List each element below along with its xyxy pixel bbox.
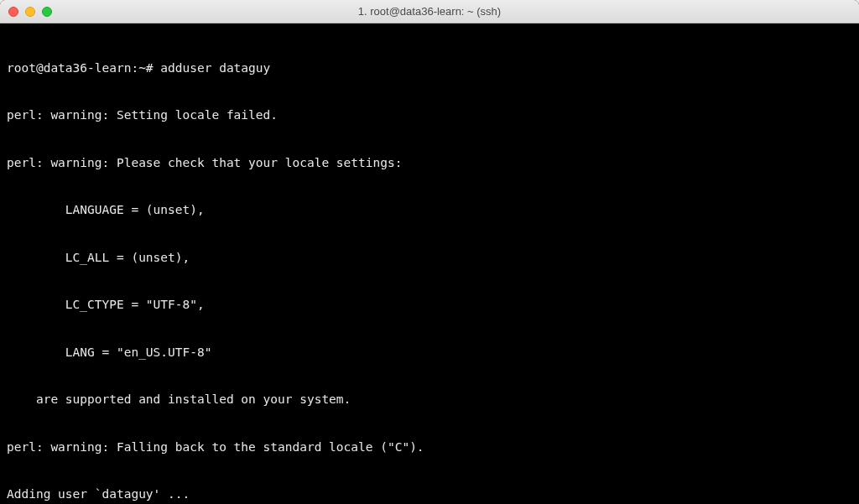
maximize-icon[interactable] xyxy=(42,7,52,17)
titlebar[interactable]: 1. root@data36-learn: ~ (ssh) xyxy=(0,0,859,23)
terminal-line: perl: warning: Please check that your lo… xyxy=(7,155,852,171)
terminal-line: LANG = "en_US.UTF-8" xyxy=(7,345,852,361)
close-icon[interactable] xyxy=(8,7,18,17)
terminal-line: LC_ALL = (unset), xyxy=(7,250,852,266)
terminal-content[interactable]: root@data36-learn:~# adduser dataguy per… xyxy=(0,23,859,504)
terminal-line: are supported and installed on your syst… xyxy=(7,392,852,408)
window-title: 1. root@data36-learn: ~ (ssh) xyxy=(0,5,859,18)
terminal-line: LC_CTYPE = "UTF-8", xyxy=(7,297,852,313)
terminal-line: perl: warning: Falling back to the stand… xyxy=(7,439,852,455)
minimize-icon[interactable] xyxy=(25,7,35,17)
traffic-lights xyxy=(8,7,52,17)
terminal-window: 1. root@data36-learn: ~ (ssh) root@data3… xyxy=(0,0,859,504)
terminal-line: Adding user `dataguy' ... xyxy=(7,486,852,502)
terminal-line: root@data36-learn:~# adduser dataguy xyxy=(7,60,852,76)
terminal-line: perl: warning: Setting locale failed. xyxy=(7,107,852,123)
terminal-line: LANGUAGE = (unset), xyxy=(7,202,852,218)
